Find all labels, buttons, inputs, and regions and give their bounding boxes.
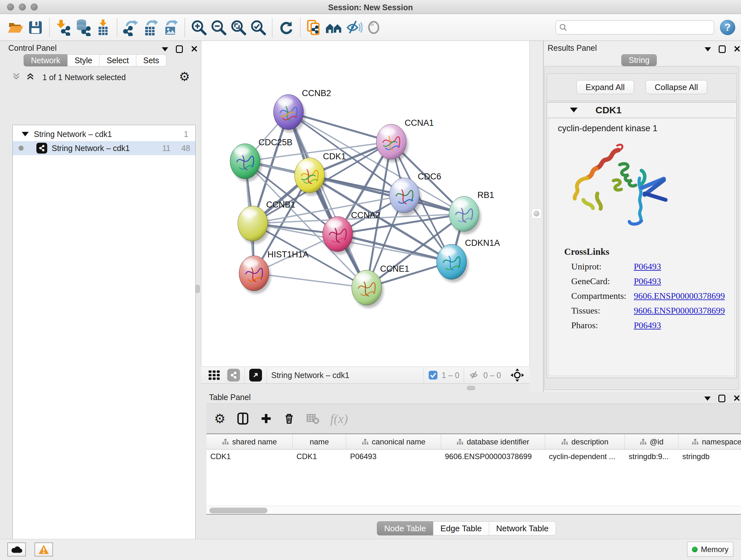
table-options-gear-icon[interactable]: ⚙ <box>214 411 226 426</box>
zoom-in-button[interactable] <box>190 17 208 37</box>
delete-table-icon[interactable] <box>306 412 320 425</box>
refresh-button[interactable] <box>277 17 295 37</box>
network-node-CDC25B[interactable]: CDC25B <box>230 138 293 182</box>
export-table-button[interactable] <box>142 17 160 37</box>
network-node-RB1[interactable]: RB1 <box>449 190 494 234</box>
network-row-selected[interactable]: String Network – cdk1 11 48 <box>13 141 195 155</box>
column-header-id[interactable]: @id <box>625 434 678 449</box>
column-header-description[interactable]: description <box>545 434 625 449</box>
table-cell[interactable]: stringdb <box>678 449 741 463</box>
panel-menu-icon[interactable] <box>704 396 711 401</box>
network-collection-row[interactable]: String Network – cdk1 1 <box>13 127 195 141</box>
zoom-fit-icon <box>230 19 247 36</box>
warnings-button[interactable] <box>35 543 53 557</box>
network-node-CCNE1[interactable]: CCNE1 <box>352 264 409 308</box>
crosslink-value-link[interactable]: P06493 <box>634 276 661 287</box>
cloud-button[interactable] <box>7 543 26 557</box>
delete-column-icon[interactable] <box>283 413 295 425</box>
table-cell[interactable]: stringdb:9... <box>625 449 678 463</box>
network-node-HIST1H1A[interactable]: HIST1H1A <box>239 250 309 294</box>
table-cell[interactable]: CDK1 <box>293 449 346 463</box>
help-button[interactable]: ? <box>720 20 735 35</box>
float-panel-icon[interactable] <box>176 45 183 53</box>
save-session-button[interactable] <box>26 17 45 37</box>
import-table-from-file-button[interactable] <box>94 17 112 37</box>
table-row[interactable]: CDK1CDK1P064939606.ENSP00000378699cyclin… <box>206 449 741 463</box>
tab-node-table[interactable]: Node Table <box>377 521 433 536</box>
selected-checkbox-icon[interactable] <box>428 370 438 380</box>
bottom-splitter-handle[interactable] <box>467 386 475 390</box>
table-header-row: shared namenamecanonical namedatabase id… <box>206 434 741 449</box>
column-header-name[interactable]: name <box>293 434 346 449</box>
float-panel-icon[interactable] <box>719 45 726 53</box>
left-splitter-handle[interactable] <box>195 285 200 293</box>
add-column-icon[interactable] <box>260 413 272 425</box>
string-network-graph[interactable]: CCNB2CCNA1CDC25BCDK1CDC6RB1CCNB1CCNA2CDK… <box>201 41 530 367</box>
table-horizontal-scrollbar[interactable] <box>206 506 741 515</box>
collapse-triangle-icon[interactable] <box>22 132 29 136</box>
crosslink-value-link[interactable]: P06493 <box>634 320 661 330</box>
table-cell[interactable]: P06493 <box>346 449 441 463</box>
collapse-all-icon[interactable] <box>11 71 21 81</box>
birdseye-grid-icon[interactable] <box>207 368 221 382</box>
open-in-window-button[interactable] <box>249 369 262 381</box>
export-network-button[interactable] <box>122 17 140 37</box>
network-edge-CCNB2-CCNE1[interactable] <box>288 112 367 288</box>
pan-crosshair-icon[interactable] <box>510 368 525 382</box>
panel-menu-icon[interactable] <box>704 47 711 51</box>
network-canvas[interactable]: CCNB2CCNA1CDC25BCDK1CDC6RB1CCNB1CCNA2CDK… <box>201 41 530 367</box>
function-builder-icon[interactable]: f(x) <box>330 411 348 426</box>
hide-selected-button[interactable] <box>345 17 363 37</box>
right-splitter-handle[interactable] <box>532 209 541 219</box>
column-header-sharedname[interactable]: shared name <box>206 434 293 449</box>
scrollbar-thumb[interactable] <box>209 508 267 513</box>
share-documents-icon <box>306 19 323 36</box>
first-neighbors-button[interactable] <box>325 17 343 37</box>
network-options-gear-icon[interactable]: ⚙ <box>179 70 190 84</box>
export-image-button[interactable] <box>161 17 180 37</box>
import-network-from-file-button[interactable] <box>54 17 73 37</box>
zoom-out-button[interactable] <box>209 17 228 37</box>
tab-sets[interactable]: Sets <box>136 54 166 66</box>
share-panel-button[interactable] <box>305 17 324 37</box>
float-panel-icon[interactable] <box>718 395 725 402</box>
column-header-databaseidentifier[interactable]: database identifier <box>441 434 545 449</box>
crosslink-value-link[interactable]: P06493 <box>634 261 661 272</box>
crosslink-value-link[interactable]: 9606.ENSP00000378699 <box>634 306 725 316</box>
table-cell[interactable]: CDK1 <box>206 449 293 463</box>
search-input[interactable] <box>567 23 711 32</box>
tab-select[interactable]: Select <box>99 54 136 66</box>
crosslink-value-link[interactable]: 9606.ENSP00000378699 <box>634 291 725 301</box>
highlight-button[interactable] <box>364 17 383 37</box>
tab-string[interactable]: String <box>621 54 657 66</box>
tab-network-table[interactable]: Network Table <box>489 521 556 536</box>
tab-network[interactable]: Network <box>23 54 68 66</box>
memory-button[interactable]: Memory <box>687 542 733 557</box>
panel-menu-icon[interactable] <box>162 47 168 51</box>
string-style-button[interactable] <box>227 369 240 381</box>
zoom-selected-button[interactable] <box>249 17 267 37</box>
column-header-namespace[interactable]: namespace <box>678 434 741 449</box>
close-panel-icon[interactable]: ✕ <box>733 394 740 403</box>
zoom-fit-button[interactable] <box>229 17 248 37</box>
right-splitter <box>530 41 543 392</box>
network-node-CDKN1A[interactable]: CDKN1A <box>436 238 500 282</box>
column-label: description <box>571 437 608 446</box>
table-cell[interactable]: cyclin-dependent ... <box>545 449 625 463</box>
open-session-button[interactable] <box>6 17 25 37</box>
tab-style[interactable]: Style <box>67 54 100 66</box>
close-panel-icon[interactable]: ✕ <box>191 45 198 54</box>
protein-card-header[interactable]: CDK1 <box>547 103 737 118</box>
import-network-from-database-button[interactable] <box>74 17 92 37</box>
network-node-CDC6[interactable]: CDC6 <box>389 172 441 216</box>
table-cell[interactable]: 9606.ENSP00000378699 <box>441 449 545 463</box>
column-header-canonicalname[interactable]: canonical name <box>346 434 441 449</box>
expand-all-button[interactable]: Expand All <box>576 80 634 94</box>
collapse-all-button[interactable]: Collapse All <box>646 80 708 94</box>
collapse-triangle-icon[interactable] <box>570 108 578 112</box>
close-panel-icon[interactable]: ✕ <box>733 45 741 54</box>
tab-edge-table[interactable]: Edge Table <box>433 521 489 536</box>
expand-all-icon[interactable] <box>25 71 35 81</box>
show-columns-icon[interactable] <box>237 412 249 425</box>
network-node-CCNB2[interactable]: CCNB2 <box>273 88 331 132</box>
